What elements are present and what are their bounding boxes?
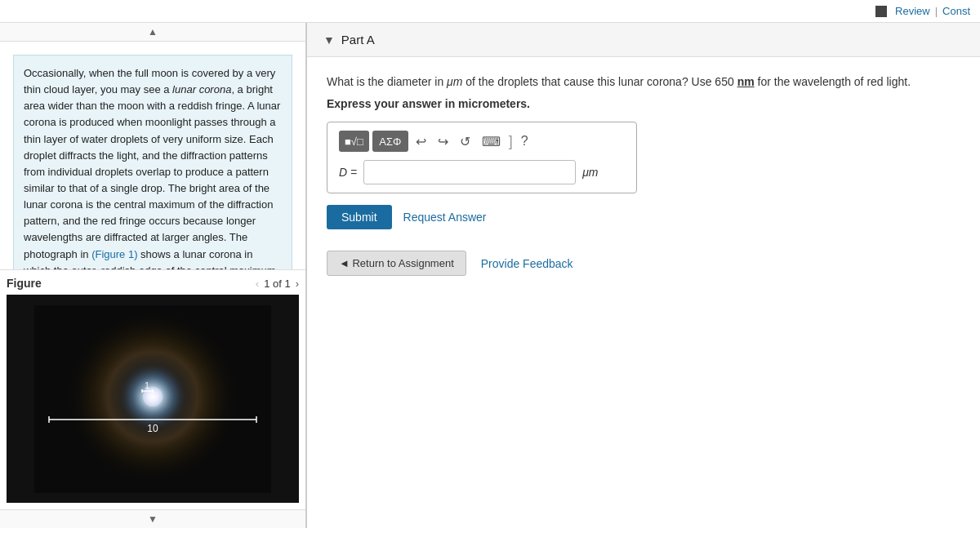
question-area: What is the diameter in μm of the drople… (307, 57, 980, 246)
answer-input[interactable] (363, 160, 576, 184)
collapse-arrow[interactable]: ▼ (323, 33, 335, 47)
top-bar-links: Review | Const (875, 5, 970, 17)
math-toolbar-btn1[interactable]: ■√□ (339, 131, 369, 152)
figure-image: 1 10 (7, 295, 299, 503)
top-bar: Review | Const (0, 0, 980, 23)
express-answer-label: Express your answer in micrometers. (327, 97, 960, 110)
corona-svg: 1 10 (34, 305, 271, 493)
left-panel: ▲ Occasionally, when the full moon is co… (0, 23, 306, 528)
main-layout: ▲ Occasionally, when the full moon is co… (0, 23, 980, 528)
const-link[interactable]: Const (942, 5, 970, 17)
action-row: Submit Request Answer (327, 205, 960, 229)
toolbar: ■√□ ΑΣΦ ↩ ↪ ↺ ⌨ ] ? (339, 131, 625, 152)
scroll-up-arrow[interactable]: ▲ (0, 23, 305, 42)
provide-feedback-link[interactable]: Provide Feedback (481, 257, 573, 270)
input-row: D = μm (339, 160, 625, 184)
submit-button[interactable]: Submit (327, 205, 392, 229)
question-text: What is the diameter in μm of the drople… (327, 73, 960, 91)
part-a-title: Part A (341, 33, 375, 47)
next-figure-arrow[interactable]: › (296, 278, 299, 290)
undo-btn[interactable]: ↩ (412, 132, 430, 151)
bottom-actions: ◄ Return to Assignment Provide Feedback (307, 246, 980, 292)
bold-unit-nm: nm (737, 75, 755, 88)
figure-title: Figure (7, 277, 42, 290)
figure-header: Figure ‹ 1 of 1 › (0, 269, 305, 295)
separator: | (935, 5, 938, 17)
reset-btn[interactable]: ↺ (456, 132, 474, 151)
return-to-assignment-button[interactable]: ◄ Return to Assignment (327, 251, 466, 276)
figure-page: 1 of 1 (264, 278, 291, 290)
unit-mu: μm (447, 75, 462, 88)
context-text: Occasionally, when the full moon is cove… (13, 55, 292, 269)
part-a-header: ▼ Part A (307, 23, 980, 57)
svg-text:10: 10 (147, 423, 158, 434)
answer-box: ■√□ ΑΣΦ ↩ ↪ ↺ ⌨ ] ? D = μm (327, 122, 637, 193)
help-btn[interactable]: ? (517, 132, 532, 150)
svg-text:1: 1 (145, 381, 149, 390)
figure-link[interactable]: (Figure 1) (91, 248, 137, 260)
prev-figure-arrow[interactable]: ‹ (256, 278, 259, 290)
toolbar-sep: ] (509, 133, 513, 150)
math-toolbar-btn2[interactable]: ΑΣΦ (372, 131, 408, 152)
left-scroll-area: Occasionally, when the full moon is cove… (0, 42, 305, 269)
unit-label: μm (582, 166, 598, 179)
right-panel: ▼ Part A What is the diameter in μm of t… (307, 23, 980, 528)
keyboard-btn[interactable]: ⌨ (478, 132, 505, 151)
figure-nav: ‹ 1 of 1 › (256, 278, 299, 290)
review-icon (875, 6, 887, 17)
redo-btn[interactable]: ↪ (434, 132, 452, 151)
scroll-down-arrow[interactable]: ▼ (0, 509, 305, 528)
review-link[interactable]: Review (895, 5, 930, 17)
request-answer-link[interactable]: Request Answer (403, 211, 487, 224)
d-equals-label: D = (339, 166, 357, 179)
